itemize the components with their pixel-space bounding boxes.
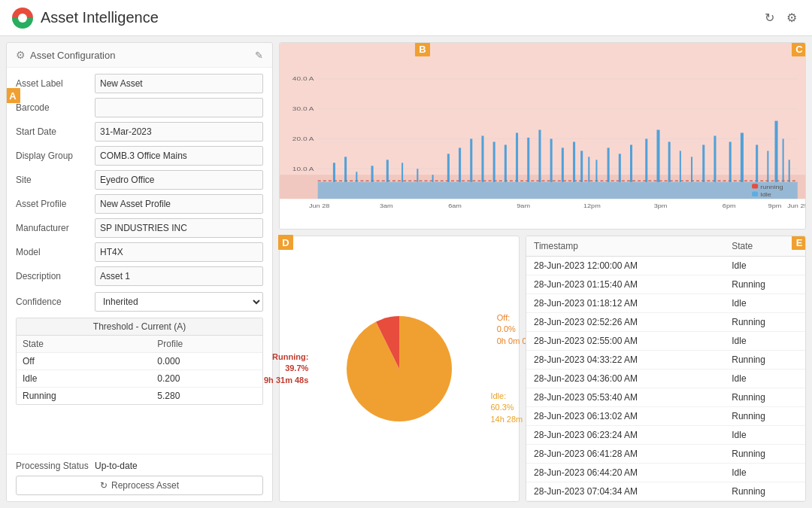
svg-rect-20 bbox=[447, 154, 450, 181]
label-manufacturer: Manufacturer bbox=[16, 223, 95, 233]
input-barcode[interactable] bbox=[95, 98, 263, 117]
cell-timestamp: 28-Jun-2023 02:55:00 AM bbox=[526, 332, 724, 351]
svg-rect-40 bbox=[668, 141, 671, 181]
form-row-asset-label: Asset Label bbox=[16, 74, 263, 93]
select-confidence[interactable]: Inherited High Medium Low bbox=[95, 292, 263, 312]
table-row: 28-Jun-2023 06:41:28 AMRunning bbox=[526, 445, 805, 464]
table-row: 28-Jun-2023 01:15:40 AMRunning bbox=[526, 275, 805, 294]
svg-text:9pm: 9pm bbox=[768, 203, 782, 209]
svg-rect-47 bbox=[756, 144, 758, 181]
input-site[interactable] bbox=[95, 170, 263, 190]
svg-text:9am: 9am bbox=[517, 203, 530, 209]
cell-state: Idle bbox=[724, 370, 805, 388]
svg-rect-14 bbox=[356, 172, 357, 182]
label-barcode: Barcode bbox=[16, 102, 95, 113]
cell-state: Idle bbox=[724, 257, 805, 275]
table-row: 28-Jun-2023 02:55:00 AMIdle bbox=[526, 332, 805, 351]
table-row: 28-Jun-2023 07:04:34 AMRunning bbox=[526, 482, 805, 501]
svg-rect-37 bbox=[630, 144, 632, 181]
cell-state: Running bbox=[724, 388, 805, 407]
cell-state: Running bbox=[724, 482, 805, 501]
threshold-col-state: State bbox=[17, 336, 151, 353]
svg-rect-33 bbox=[588, 157, 589, 181]
annotation-e: E bbox=[792, 236, 806, 250]
annotation-a: A bbox=[6, 88, 20, 103]
svg-text:3am: 3am bbox=[380, 203, 393, 209]
threshold-row: Idle0.200 bbox=[17, 370, 262, 388]
svg-rect-46 bbox=[741, 133, 744, 182]
label-model: Model bbox=[16, 247, 95, 257]
form-row-manufacturer: Manufacturer bbox=[16, 218, 263, 238]
table-row: 28-Jun-2023 06:23:24 AMIdle bbox=[526, 426, 805, 445]
pie-running-label: Running: 39.7% 9h 31m 48s bbox=[264, 351, 308, 386]
col-timestamp: Timestamp bbox=[526, 236, 724, 257]
input-description[interactable] bbox=[95, 266, 263, 286]
svg-rect-25 bbox=[504, 144, 507, 181]
svg-rect-51 bbox=[789, 160, 790, 181]
label-confidence: Confidence bbox=[16, 297, 95, 307]
svg-rect-49 bbox=[774, 121, 777, 182]
svg-text:running: running bbox=[760, 184, 783, 190]
pie-panel: D Running: 39.7% 9h 31m 48s bbox=[279, 236, 520, 502]
svg-rect-36 bbox=[619, 154, 621, 181]
svg-rect-34 bbox=[595, 160, 597, 181]
svg-rect-31 bbox=[573, 141, 575, 181]
form-row-confidence: Confidence Inherited High Medium Low bbox=[16, 292, 263, 312]
svg-text:30.0 A: 30.0 A bbox=[292, 105, 315, 112]
panel-header: ⚙ Asset Configuration ✎ bbox=[7, 43, 272, 68]
svg-text:20.0 A: 20.0 A bbox=[292, 135, 315, 142]
cell-timestamp: 28-Jun-2023 01:18:12 AM bbox=[526, 294, 724, 313]
svg-rect-18 bbox=[417, 169, 418, 182]
threshold-section: Threshold - Current (A) State Profile Of… bbox=[16, 318, 263, 405]
reprocess-button[interactable]: ↻ Reprocess Asset bbox=[16, 476, 263, 495]
cell-state: Running bbox=[724, 445, 805, 464]
svg-rect-19 bbox=[432, 175, 434, 182]
table-row: 28-Jun-2023 04:33:22 AMRunning bbox=[526, 351, 805, 370]
cell-state: Idle bbox=[724, 464, 805, 482]
form-row-model: Model bbox=[16, 242, 263, 262]
settings-button[interactable]: ⚙ bbox=[783, 8, 800, 28]
right-panel: B C 40.0 A 30.0 A 20.0 A 10 bbox=[279, 42, 806, 502]
panel-title: Asset Configuration bbox=[30, 50, 115, 61]
svg-rect-17 bbox=[401, 163, 403, 181]
label-start-date: Start Date bbox=[16, 126, 95, 137]
svg-rect-22 bbox=[470, 138, 472, 181]
svg-rect-50 bbox=[783, 138, 784, 181]
input-start-date[interactable] bbox=[95, 122, 263, 141]
svg-rect-24 bbox=[493, 141, 495, 181]
svg-rect-39 bbox=[656, 130, 659, 182]
table-row: 28-Jun-2023 02:52:26 AMRunning bbox=[526, 313, 805, 332]
table-row: 28-Jun-2023 01:18:12 AMIdle bbox=[526, 294, 805, 313]
app-title: Asset Intelligence bbox=[41, 9, 159, 26]
table-row: 28-Jun-2023 04:36:00 AMIdle bbox=[526, 370, 805, 388]
refresh-button[interactable]: ↻ bbox=[762, 8, 777, 28]
reprocess-label: Reprocess Asset bbox=[111, 480, 179, 491]
cell-timestamp: 28-Jun-2023 02:52:26 AM bbox=[526, 313, 724, 332]
processing-row: Processing Status Up-to-date bbox=[16, 461, 263, 471]
processing-value: Up-to-date bbox=[95, 461, 138, 471]
threshold-value: 0.200 bbox=[151, 370, 262, 388]
svg-rect-26 bbox=[516, 133, 518, 182]
svg-rect-11 bbox=[318, 182, 798, 199]
input-asset-label[interactable] bbox=[95, 74, 263, 93]
pie-chart-svg bbox=[339, 309, 459, 429]
cell-timestamp: 28-Jun-2023 05:53:40 AM bbox=[526, 388, 724, 407]
edit-icon[interactable]: ✎ bbox=[255, 50, 263, 61]
svg-rect-41 bbox=[680, 151, 681, 181]
input-manufacturer[interactable] bbox=[95, 218, 263, 238]
svg-rect-45 bbox=[729, 141, 732, 181]
label-display-group: Display Group bbox=[16, 151, 95, 161]
svg-rect-44 bbox=[714, 136, 716, 182]
left-panel: A ⚙ Asset Configuration ✎ Asset Label Ba… bbox=[6, 42, 273, 502]
input-display-group[interactable] bbox=[95, 146, 263, 166]
svg-text:Jun 29: Jun 29 bbox=[787, 203, 805, 209]
svg-rect-48 bbox=[767, 151, 768, 181]
svg-text:10.0 A: 10.0 A bbox=[292, 166, 315, 172]
svg-rect-42 bbox=[691, 157, 692, 181]
input-model[interactable] bbox=[95, 242, 263, 262]
threshold-state: Idle bbox=[17, 370, 151, 388]
input-asset-profile[interactable] bbox=[95, 194, 263, 214]
svg-text:Jun 28: Jun 28 bbox=[309, 203, 330, 209]
svg-text:6pm: 6pm bbox=[723, 203, 736, 209]
cell-state: Running bbox=[724, 275, 805, 294]
